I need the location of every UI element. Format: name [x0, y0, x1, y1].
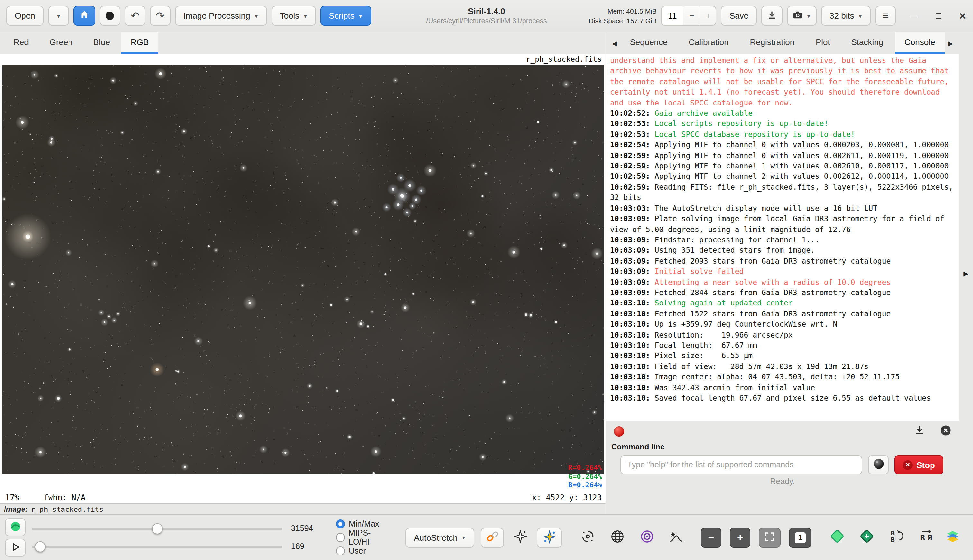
tab-stacking[interactable]: Stacking [842, 32, 893, 54]
undo-button[interactable]: ↶ [125, 6, 145, 26]
tab-rgb[interactable]: RGB [121, 32, 158, 54]
svg-text:R: R [920, 533, 925, 542]
open-recent-button[interactable]: ▼ [48, 6, 69, 26]
layers-button[interactable] [943, 527, 963, 548]
header-bar: Open ▼ ↶ ↷ Image Processing ▼ Tools ▼ Sc… [0, 0, 973, 32]
minimize-button[interactable]: — [909, 11, 919, 20]
tab-green[interactable]: Green [40, 32, 82, 54]
clear-console-button[interactable] [940, 425, 951, 438]
export-log-button[interactable] [914, 425, 925, 438]
bit-depth-button[interactable]: 32 bits ▼ [821, 6, 871, 26]
zoom-in-button[interactable]: + [730, 528, 751, 547]
zoom-fit-button[interactable] [759, 528, 781, 547]
chevron-down-icon: ▼ [56, 14, 61, 18]
star-profile-button[interactable] [666, 527, 687, 548]
astrometry-button[interactable] [577, 527, 598, 548]
image-processing-label: Image Processing [184, 11, 250, 20]
notebook-tabs: ◀ Sequence Calibration Registration Plot… [606, 32, 959, 54]
radio-icon[interactable] [336, 520, 345, 528]
image-compositing-button[interactable] [856, 527, 877, 548]
console-line: 10:03:09: Plate solving image from local… [610, 213, 955, 235]
save-as-button[interactable] [761, 6, 782, 26]
redo-button[interactable]: ↷ [150, 6, 171, 26]
star-profile-icon [669, 530, 684, 545]
tab-console-label: Console [904, 37, 935, 47]
tab-scroll-left-button[interactable]: ◀ [609, 32, 620, 54]
thread-count-input[interactable] [661, 6, 683, 26]
chain-icon [486, 530, 498, 545]
thread-increment-button[interactable]: + [700, 6, 717, 26]
console-line: 10:02:53: Local SPCC database repository… [610, 129, 955, 140]
expander-button[interactable] [5, 539, 26, 557]
radio-icon[interactable] [336, 533, 344, 542]
stretch-mode-select[interactable]: AutoStretch ▼ [405, 528, 474, 547]
snapshot-button[interactable]: ▼ [787, 6, 817, 26]
chevron-down-icon: ▼ [254, 14, 259, 18]
tab-plot[interactable]: Plot [806, 32, 840, 54]
tab-scroll-right-button[interactable]: ▶ [945, 32, 956, 54]
channel-link-toggle[interactable] [481, 528, 504, 547]
radio-minmax[interactable]: Min/Max [336, 518, 390, 530]
high-cut-slider[interactable] [32, 522, 282, 535]
radio-icon[interactable] [336, 547, 345, 555]
window-title: Siril-1.4.0 /Users/cyril/Pictures/Siril/… [426, 6, 547, 25]
radio-mips[interactable]: MIPS-LO/HI [336, 532, 390, 543]
maximize-button[interactable] [936, 13, 942, 18]
tab-console[interactable]: Console [895, 32, 945, 54]
tab-sequence[interactable]: Sequence [620, 32, 677, 54]
plus-icon: + [706, 11, 711, 20]
star-detection-button[interactable] [510, 527, 530, 548]
radio-user-label: User [349, 547, 366, 555]
siril-window: Open ▼ ↶ ↷ Image Processing ▼ Tools ▼ Sc… [0, 0, 973, 560]
mirror-button[interactable]: RЯ [916, 527, 936, 548]
system-info: Mem: 401.5 MiB Disk Space: 157.7 GiB [589, 7, 657, 25]
console-line: 10:03:10: Field of view: 28d 57m 42.03s … [610, 361, 955, 372]
save-button[interactable]: Save [721, 6, 757, 26]
command-helper-button[interactable] [868, 455, 889, 475]
zoom-out-button[interactable]: − [701, 528, 721, 547]
stop-button-label: Stop [916, 460, 935, 470]
slider-handle[interactable] [35, 541, 46, 552]
image-status-bar: 17% fwhm: N/A x: 4522 y: 3123 [5, 493, 602, 502]
photometry-button[interactable] [637, 527, 657, 548]
thread-decrement-button[interactable]: − [683, 6, 700, 26]
open-button[interactable]: Open [7, 6, 44, 26]
command-input[interactable] [620, 455, 862, 475]
hamburger-menu-button[interactable]: ≡ [876, 6, 896, 26]
tab-red[interactable]: Red [4, 32, 38, 54]
console-line: 10:02:59: Applying MTF to channel 0 with… [610, 150, 955, 161]
tab-registration[interactable]: Registration [740, 32, 804, 54]
tab-blue[interactable]: Blue [84, 32, 120, 54]
red-value: R=0.264% [568, 463, 602, 473]
display-toolbar: 31594 169 Min/Max MIPS-LO/HI User [0, 514, 973, 560]
tab-calibration[interactable]: Calibration [679, 32, 738, 54]
image-processing-menu-button[interactable]: Image Processing ▼ [175, 6, 267, 26]
stop-button[interactable]: ✕ Stop [894, 455, 943, 475]
app-title: Siril-1.4.0 [426, 6, 547, 17]
green-display-button[interactable] [5, 518, 26, 536]
record-button[interactable] [100, 6, 120, 26]
zoom-one-button[interactable]: 1 [789, 528, 811, 547]
tab-calibration-label: Calibration [689, 37, 729, 47]
slider-track[interactable] [32, 545, 282, 548]
celestial-grid-button[interactable] [607, 527, 627, 548]
tools-menu-button[interactable]: Tools ▼ [272, 6, 316, 26]
scripts-menu-button[interactable]: Scripts ▼ [321, 6, 371, 26]
pixelmath-button[interactable] [827, 527, 848, 548]
home-button[interactable] [74, 6, 95, 26]
dynamic-psf-button[interactable] [537, 528, 562, 547]
console-line: 10:02:52: Gaia archive available [610, 108, 955, 118]
channel-swap-button[interactable]: RB [886, 527, 907, 548]
low-cut-slider[interactable] [32, 540, 282, 553]
image-canvas[interactable] [2, 65, 604, 474]
redo-icon: ↷ [156, 10, 164, 22]
chevron-down-icon: ▼ [358, 14, 363, 18]
console-line: 10:03:09: Findstar: processing for chann… [610, 235, 955, 245]
collapse-panel-button[interactable]: ▶ [963, 270, 968, 277]
console-log[interactable]: understand this and implement a fix or a… [606, 54, 959, 421]
close-button[interactable]: ✕ [959, 11, 966, 20]
slider-handle[interactable] [152, 523, 163, 534]
radio-user[interactable]: User [336, 545, 390, 557]
console-line: 10:03:09: Fetched 2093 stars from Gaia D… [610, 255, 955, 266]
svg-text:B: B [890, 536, 894, 543]
